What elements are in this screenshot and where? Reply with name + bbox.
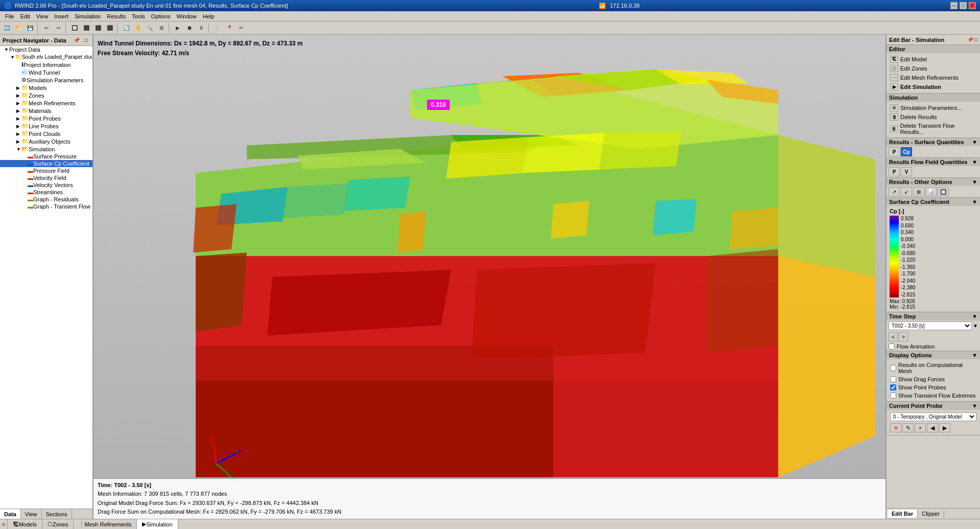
tree-item-velocity-vectors[interactable]: ▬ Velocity Vectors — [0, 181, 92, 189]
tree-item-sim-params[interactable]: ⚙ Simulation Parameters — [0, 76, 92, 84]
toolbar-btn-save[interactable]: 💾 — [25, 22, 36, 34]
tree-item-point-probes[interactable]: ▶ 📁 Point Probes — [0, 114, 92, 122]
flow-v-btn[interactable]: V — [901, 167, 912, 176]
tree-item-materials[interactable]: ▶ 📁 Materials — [0, 107, 92, 114]
other-opt-5[interactable]: 🔲 — [938, 187, 949, 196]
close-button[interactable]: ✕ — [969, 2, 976, 9]
menu-file[interactable]: File — [2, 12, 17, 20]
tree-item-simulation[interactable]: ▼ 📂 Simulation — [0, 145, 92, 153]
surface-p-btn[interactable]: P — [889, 147, 900, 156]
other-opt-1[interactable]: ↗ — [889, 187, 900, 196]
tree-item-zones[interactable]: ▶ 📁 Zones — [0, 91, 92, 99]
float-icon[interactable]: □ — [83, 36, 90, 44]
toolbar-btn-1[interactable]: 🆕 — [1, 22, 12, 34]
toolbar-btn-section[interactable]: ✂ — [236, 22, 247, 34]
menu-tools[interactable]: Tools — [129, 12, 148, 20]
cpp-dropdown[interactable]: ▼ — [972, 403, 977, 409]
menu-view[interactable]: View — [33, 12, 52, 20]
left-scroll-arrow[interactable]: < — [0, 519, 8, 529]
tree-item-pressure-field[interactable]: ▬ Pressure Field — [0, 167, 92, 174]
toolbar-btn-rotate[interactable]: 🔄 — [121, 22, 132, 34]
probe-add-btn[interactable]: + — [915, 423, 926, 432]
menu-window[interactable]: Window — [174, 12, 200, 20]
delete-results-btn[interactable]: 🗑 Delete Results — [888, 112, 978, 122]
bottom-tab-zones[interactable]: ⬡ Zones — [42, 519, 74, 529]
time-step-dropdown[interactable]: ▼ — [972, 313, 977, 319]
toolbar-btn-top[interactable]: ⬛ — [81, 22, 92, 34]
toolbar-btn-pause[interactable]: ⏸ — [196, 22, 207, 34]
bottom-tab-simulation[interactable]: ▶ Simulation — [137, 519, 178, 529]
toolbar-btn-redo[interactable]: ↪ — [53, 22, 64, 34]
right-tab-clipper[interactable]: Clipper — [918, 510, 944, 518]
results-surface-dropdown[interactable]: ▼ — [972, 139, 977, 145]
pin-icon-right[interactable]: 📌 — [967, 37, 973, 42]
other-opt-4[interactable]: 📊 — [925, 187, 937, 196]
other-opt-2[interactable]: ↙ — [901, 187, 912, 196]
toolbar-btn-stop[interactable]: ⏹ — [184, 22, 195, 34]
menu-help[interactable]: Help — [200, 12, 218, 20]
display-options-dropdown[interactable]: ▼ — [972, 352, 977, 358]
toolbar-btn-undo[interactable]: ↩ — [41, 22, 52, 34]
delete-transient-btn[interactable]: 🗑 Delete Transient Flow Results... — [888, 122, 978, 136]
tree-item-surface-pressure[interactable]: ▬ Surface Pressure — [0, 153, 92, 160]
tree-item-velocity-field[interactable]: ▬ Velocity Field — [0, 174, 92, 181]
tree-item-graph-residuals[interactable]: ▬ Graph - Residuals — [0, 196, 92, 203]
edit-model-btn[interactable]: 🏗 Edit Model — [888, 55, 978, 64]
menu-insert[interactable]: Insert — [51, 12, 72, 20]
pin-icon[interactable]: 📌 — [72, 36, 82, 44]
maximize-button[interactable]: □ — [960, 2, 967, 9]
toolbar-btn-mesh[interactable]: ⋮ — [212, 22, 223, 34]
float-icon-right[interactable]: □ — [974, 37, 977, 42]
tree-item-mesh-ref[interactable]: ▶ 📁 Mesh Refinements — [0, 99, 92, 107]
menu-results[interactable]: Results — [104, 12, 129, 20]
title-bar-right[interactable]: — □ ✕ — [950, 2, 976, 9]
toolbar-btn-front[interactable]: ⬛ — [92, 22, 104, 34]
tab-sections[interactable]: Sections — [42, 509, 72, 519]
time-next-btn[interactable]: > — [899, 332, 908, 341]
tab-view[interactable]: View — [21, 509, 42, 519]
tree-item-point-clouds[interactable]: ▶ 📁 Point Clouds — [0, 130, 92, 137]
toolbar-btn-2[interactable]: 📂 — [13, 22, 24, 34]
flow-animation-checkbox[interactable] — [889, 343, 895, 350]
toolbar-btn-play[interactable]: ▶ — [172, 22, 183, 34]
results-other-dropdown[interactable]: ▼ — [972, 179, 977, 185]
toolbar-btn-probe[interactable]: 📍 — [224, 22, 235, 34]
menu-edit[interactable]: Edit — [17, 12, 33, 20]
tree-item-line-probes[interactable]: ▶ 📁 Line Probes — [0, 122, 92, 130]
sim-params-btn[interactable]: ⚙ Simulation Parameters... — [888, 103, 978, 112]
tree-item-graph-transient[interactable]: ▬ Graph - Transient Flow — [0, 203, 92, 210]
minimize-button[interactable]: — — [950, 2, 958, 9]
edit-zones-btn[interactable]: ⬡ Edit Zones — [888, 64, 978, 73]
bottom-tab-models[interactable]: 🏗 Models — [8, 519, 42, 529]
tab-data[interactable]: Data — [0, 509, 21, 519]
time-prev-btn[interactable]: < — [889, 332, 898, 341]
tree-item-models[interactable]: ▶ 📁 Models — [0, 84, 92, 91]
menu-simulation[interactable]: Simulation — [72, 12, 104, 20]
results-comp-mesh-cb[interactable] — [890, 365, 896, 371]
toolbar-btn-side[interactable]: ⬛ — [104, 22, 115, 34]
edit-simulation-btn[interactable]: ▶ Edit Simulation — [888, 82, 978, 91]
probe-next-btn[interactable]: ▶ — [939, 423, 950, 432]
time-step-select[interactable]: T002 - 3.50 [s] — [889, 321, 972, 330]
toolbar-btn-pan[interactable]: ✋ — [132, 22, 144, 34]
probe-select[interactable]: 0 - Temporary , Original Model — [890, 412, 976, 421]
tree-item-south-elv[interactable]: ▼ 📁 South elv Loaded_Parapet study — [0, 53, 92, 61]
tree-item-wind-tunnel[interactable]: 💨 Wind Tunnel — [0, 68, 92, 76]
flow-p-btn[interactable]: P — [889, 167, 900, 176]
show-drag-forces-cb[interactable] — [890, 376, 896, 382]
tree-item-aux-objects[interactable]: ▶ 📁 Auxiliary Objects — [0, 137, 92, 145]
bottom-tab-mesh[interactable]: ⋮ Mesh Refinements — [74, 519, 137, 529]
tree-item-streamlines[interactable]: ▬ Streamlines — [0, 189, 92, 196]
surface-cp-btn[interactable]: Cp — [901, 147, 912, 156]
tree-item-project-info[interactable]: ℹ Project Information — [0, 61, 92, 68]
legend-dropdown[interactable]: ▼ — [972, 199, 977, 205]
results-flow-dropdown[interactable]: ▼ — [972, 159, 977, 165]
probe-delete-btn[interactable]: ✕ — [890, 423, 901, 432]
toolbar-btn-3d[interactable]: 🔲 — [69, 22, 80, 34]
toolbar-btn-zoom[interactable]: 🔍 — [144, 22, 155, 34]
probe-prev-btn[interactable]: ◀ — [927, 423, 938, 432]
menu-options[interactable]: Options — [148, 12, 174, 20]
other-opt-3[interactable]: ⊞ — [913, 187, 924, 196]
toolbar-btn-zoomfit[interactable]: ⊞ — [156, 22, 167, 34]
show-transient-extremes-cb[interactable] — [890, 393, 896, 399]
